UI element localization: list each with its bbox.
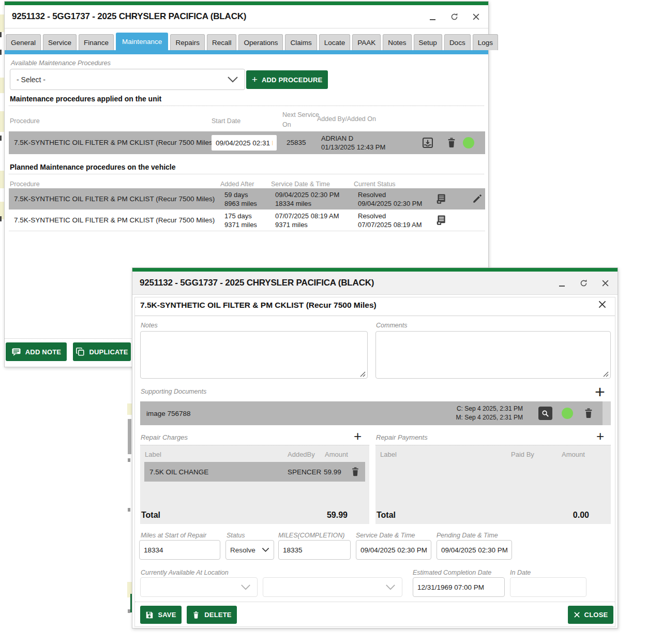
tab-service[interactable]: Service <box>43 34 77 50</box>
col-next-service-1: Next Service <box>282 111 319 118</box>
charge-amount: 59.99 <box>324 468 341 476</box>
refresh-icon[interactable] <box>578 278 589 288</box>
chevron-down-icon <box>227 76 238 83</box>
trash-icon[interactable] <box>583 407 594 420</box>
scrollbar-track[interactable] <box>603 401 611 425</box>
save-icon <box>145 611 154 619</box>
notes-label: Notes <box>141 322 158 329</box>
service-date: 09/04/2025 02:30 PM <box>275 190 339 199</box>
divider <box>9 174 484 174</box>
comments-textarea[interactable] <box>375 331 611 379</box>
trash-icon[interactable] <box>350 466 360 477</box>
close-icon[interactable] <box>600 278 610 288</box>
add-payment-button[interactable]: + <box>596 429 604 443</box>
location-select-2[interactable] <box>263 577 402 597</box>
pencil-icon[interactable] <box>472 193 483 204</box>
est-completion-input[interactable] <box>413 577 505 597</box>
background-fragment <box>0 78 4 93</box>
procedure-name: 7.5K-SYNTHETIC OIL FILTER & PM CKLIST (R… <box>14 195 215 203</box>
background-fragment <box>128 508 130 512</box>
chevron-down-icon <box>240 584 251 591</box>
save-button[interactable]: SAVE <box>140 606 182 624</box>
applied-row[interactable]: 7.5K-SYNTHETIC OIL FILTER & PM CKLIST (R… <box>9 131 485 154</box>
minimize-icon[interactable] <box>556 278 567 288</box>
col-added-by: AddedBy <box>288 451 315 458</box>
refresh-icon[interactable] <box>449 11 459 22</box>
close-icon[interactable] <box>471 11 481 22</box>
procedure-name: 7.5K-SYNTHETIC OIL FILTER & PM CKLIST (R… <box>14 139 215 146</box>
miles-start-input[interactable] <box>139 540 220 560</box>
applied-heading: Maintenance procedures applied on the un… <box>10 95 161 103</box>
tab-paak[interactable]: PAAK <box>352 34 381 50</box>
document-created: C: Sep 4 2025, 2:31 PM <box>440 405 523 413</box>
available-procedures-select[interactable]: - Select - <box>10 69 245 90</box>
tab-notes[interactable]: Notes <box>383 34 411 50</box>
document-name: image 756788 <box>146 410 191 417</box>
status-text: Resolved <box>358 190 386 199</box>
add-charge-button[interactable]: + <box>354 429 362 443</box>
planned-row[interactable]: 7.5K-SYNTHETIC OIL FILTER & PM CKLIST (R… <box>9 209 485 231</box>
archive-icon[interactable] <box>422 137 434 149</box>
total-amount: 59.99 <box>327 511 348 520</box>
status-text: Resolved <box>358 212 386 220</box>
tab-operations[interactable]: Operations <box>238 34 283 50</box>
repair-charges-panel: Label AddedBy Amount 7.5K OIL CHANGE SPE… <box>140 445 369 524</box>
add-note-button[interactable]: ADD NOTE <box>6 342 67 361</box>
background-fragment <box>0 111 4 132</box>
start-date-input[interactable] <box>212 135 277 151</box>
status-label: Status <box>227 532 245 539</box>
procedure-modal: 9251132 - 5GG1737 - 2025 CHRYSLER PACIFI… <box>132 267 618 628</box>
tab-general[interactable]: General <box>6 34 41 50</box>
planned-row[interactable]: 7.5K-SYNTHETIC OIL FILTER & PM CKLIST (R… <box>9 188 485 209</box>
tab-docs[interactable]: Docs <box>444 34 471 50</box>
notes-textarea[interactable] <box>140 331 368 379</box>
col-procedure: Procedure <box>10 181 40 188</box>
status-select[interactable]: Resolve <box>225 540 274 560</box>
preview-magnifier-icon[interactable] <box>538 407 552 420</box>
pending-date-input[interactable] <box>437 540 512 560</box>
add-procedure-button[interactable]: + ADD PROCEDURE <box>246 70 328 89</box>
plus-icon: + <box>252 74 258 85</box>
trash-icon[interactable] <box>446 137 457 149</box>
tab-finance[interactable]: Finance <box>79 34 114 50</box>
miles-completion-input[interactable] <box>278 540 351 560</box>
tab-logs[interactable]: Logs <box>473 34 498 50</box>
added-after-days: 175 days <box>224 212 252 220</box>
status-dot-green <box>562 408 573 419</box>
chevron-down-icon <box>262 547 269 552</box>
charge-added-by: SPENCER <box>288 468 321 476</box>
close-icon[interactable] <box>598 300 607 309</box>
receipt-icon[interactable] <box>434 214 448 227</box>
subheader-divider <box>135 316 615 316</box>
tab-maintenance[interactable]: Maintenance <box>116 33 168 50</box>
charge-label: 7.5K OIL CHANGE <box>149 468 208 476</box>
added-on-value: 01/13/2025 12:43 PM <box>321 143 385 152</box>
tab-locate[interactable]: Locate <box>319 34 351 50</box>
add-document-button[interactable]: + <box>595 383 605 400</box>
receipt-icon[interactable] <box>434 192 448 206</box>
tab-setup[interactable]: Setup <box>414 34 442 50</box>
background-fragment <box>0 136 2 141</box>
divider <box>135 602 615 602</box>
repair-charges-label: Repair Charges <box>141 433 188 441</box>
tab-claims[interactable]: Claims <box>285 34 317 50</box>
in-date-input[interactable] <box>510 577 586 597</box>
close-button[interactable]: CLOSE <box>568 606 613 624</box>
service-date: 07/07/2025 08:19 AM <box>275 212 339 220</box>
tab-repairs[interactable]: Repairs <box>170 34 205 50</box>
service-date-label: Service Date & Time <box>356 532 415 539</box>
charge-row[interactable]: 7.5K OIL CHANGE SPENCER 59.99 <box>144 462 365 482</box>
tab-recall[interactable]: Recall <box>207 34 237 50</box>
duplicate-button[interactable]: DUPLICATE <box>73 342 131 361</box>
total-label: Total <box>377 511 396 520</box>
col-added-by: Added By/Added On <box>317 115 376 123</box>
note-icon <box>11 348 21 356</box>
status-date: 07/07/2025 08:19 AM <box>358 220 422 229</box>
service-date-input[interactable] <box>356 540 431 560</box>
divider <box>9 106 484 106</box>
tab-bar: General Service Finance Maintenance Repa… <box>6 32 487 50</box>
minimize-icon[interactable] <box>427 11 438 22</box>
delete-button[interactable]: DELETE <box>187 606 237 624</box>
location-select-1[interactable] <box>140 577 258 597</box>
col-procedure: Procedure <box>10 117 40 125</box>
